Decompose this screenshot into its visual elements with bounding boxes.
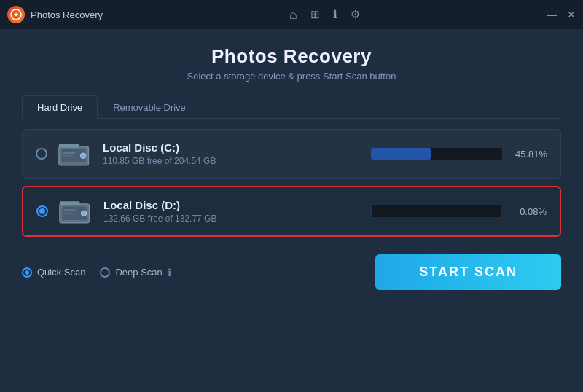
drive-d-percent: 0.08% [510, 206, 547, 217]
svg-rect-11 [63, 209, 76, 211]
title-bar-app-name: Photos Recovery [31, 9, 103, 20]
minimize-button[interactable]: — [547, 9, 557, 20]
tab-hard-drive[interactable]: Hard Drive [22, 95, 98, 119]
deep-scan-option[interactable]: Deep Scan ℹ [100, 267, 171, 278]
settings-icon[interactable]: ⚙ [351, 8, 360, 21]
title-bar-nav: ⌂ ⊞ ℹ ⚙ [289, 7, 360, 23]
home-icon[interactable]: ⌂ [289, 7, 297, 23]
bottom-controls: Quick Scan Deep Scan ℹ START SCAN [22, 254, 561, 296]
quick-scan-label: Quick Scan [37, 267, 85, 278]
title-bar: Photos Recovery ⌂ ⊞ ℹ ⚙ — ✕ [0, 0, 583, 29]
svg-point-9 [81, 211, 86, 216]
drive-d-size: 132.66 GB free of 132.77 GB [103, 213, 360, 224]
drive-item-d[interactable]: Local Disc (D:) 132.66 GB free of 132.77… [22, 186, 561, 237]
drive-item-c[interactable]: Local Disc (C:) 110.85 GB free of 204.54… [22, 129, 561, 179]
drive-c-radio[interactable] [36, 148, 47, 160]
svg-rect-10 [60, 201, 80, 205]
deep-scan-radio[interactable] [100, 267, 110, 278]
quick-scan-radio[interactable] [22, 267, 32, 278]
drive-c-fill [371, 148, 431, 160]
drive-d-icon [58, 197, 93, 225]
drive-c-name: Local Disc (C:) [103, 141, 361, 154]
title-bar-controls: — ✕ [547, 9, 576, 20]
scan-options: Quick Scan Deep Scan ℹ [22, 267, 171, 278]
main-container: Photos Recovery Select a storage device … [0, 29, 583, 392]
drive-c-usage: 45.81% [371, 148, 547, 160]
tabs: Hard Drive Removable Drive [22, 95, 561, 119]
tabs-container: Hard Drive Removable Drive [22, 95, 561, 119]
drive-d-usage: 0.08% [370, 205, 547, 217]
svg-rect-5 [63, 152, 75, 154]
svg-point-3 [80, 153, 85, 158]
drive-c-size: 110.85 GB free of 204.54 GB [103, 156, 361, 166]
drive-d-radio[interactable] [36, 205, 48, 217]
deep-scan-info-icon[interactable]: ℹ [168, 267, 171, 278]
drive-d-progress-bar [370, 205, 501, 217]
svg-rect-6 [63, 155, 71, 157]
drive-d-fill [370, 205, 372, 217]
quick-scan-option[interactable]: Quick Scan [22, 267, 85, 278]
drive-c-icon [58, 140, 93, 168]
page-subtitle: Select a storage device & press Start Sc… [187, 71, 396, 82]
deep-scan-label: Deep Scan [115, 267, 162, 278]
drive-c-percent: 45.81% [511, 149, 547, 160]
drive-list: Local Disc (C:) 110.85 GB free of 204.54… [22, 129, 561, 237]
page-title: Photos Recovery [187, 45, 396, 68]
title-bar-left: Photos Recovery [7, 6, 103, 23]
svg-rect-12 [63, 213, 71, 214]
scan-icon[interactable]: ⊞ [310, 8, 320, 21]
app-icon [7, 6, 25, 23]
drive-d-info: Local Disc (D:) 132.66 GB free of 132.77… [103, 199, 360, 224]
drive-c-info: Local Disc (C:) 110.85 GB free of 204.54… [103, 141, 361, 166]
start-scan-button[interactable]: START SCAN [375, 254, 561, 290]
close-button[interactable]: ✕ [567, 9, 576, 20]
drive-d-name: Local Disc (D:) [103, 199, 360, 211]
tab-removable-drive[interactable]: Removable Drive [98, 95, 201, 119]
info-icon[interactable]: ℹ [333, 8, 337, 21]
svg-rect-4 [59, 144, 79, 148]
app-header: Photos Recovery Select a storage device … [187, 29, 396, 95]
drive-c-progress-bar [371, 148, 502, 160]
